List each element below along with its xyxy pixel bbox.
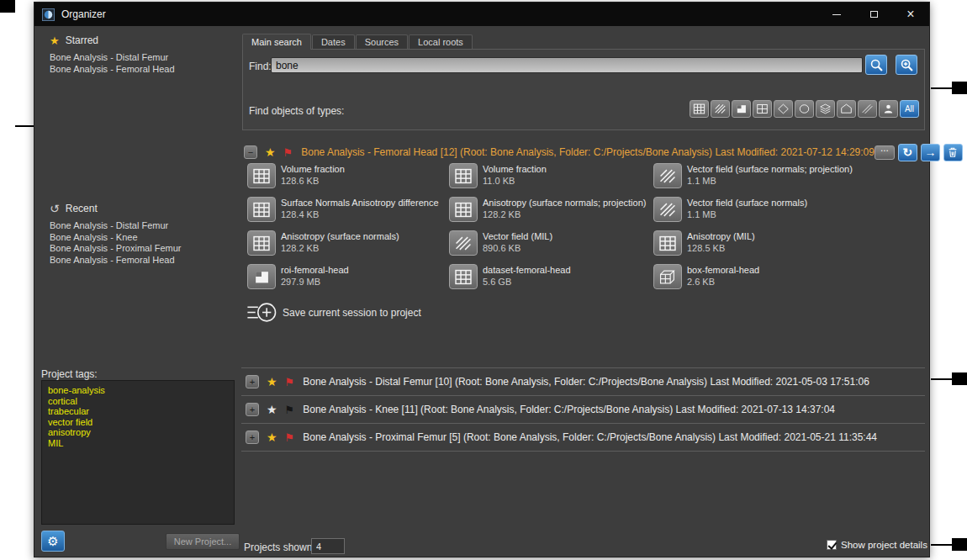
search-input[interactable] [271,57,863,73]
type-button-vector-field[interactable] [711,100,730,118]
item-name: Volume fraction [483,163,547,175]
project-item[interactable]: Surface Normals Anisotropy difference128… [247,197,449,230]
item-name: Anisotropy (surface normals; projection) [483,197,646,209]
collapse-button[interactable]: − [244,145,257,159]
layers-icon [819,103,832,114]
advanced-search-button[interactable] [896,55,917,75]
project-item[interactable]: roi-femoral-head297.9 MB [247,264,449,298]
show-details-label: Show project details [841,540,927,550]
expand-button[interactable]: + [246,431,259,444]
refresh-icon: ↻ [903,145,913,159]
open-project-button[interactable]: → [921,144,940,161]
flag-icon[interactable]: ⚑ [285,377,295,388]
dataset-grid-icon [247,163,276,188]
maximize-icon [870,11,878,18]
minimize-button[interactable] [818,3,855,26]
dataset-grid-icon [693,103,705,114]
recent-section-header: ↺ Recent [50,203,98,214]
item-size: 5.6 GB [483,277,571,288]
close-button[interactable]: × [892,3,929,26]
item-name: roi-femoral-head [281,264,349,276]
project-item[interactable]: Vector field (surface normals)1.1 MB [653,197,925,230]
star-icon[interactable]: ★ [267,431,277,443]
search-plus-icon [900,58,914,72]
project-item[interactable]: Vector field (surface normals; projectio… [653,163,925,197]
item-size: 11.0 KB [483,176,547,187]
app-logo-icon [42,8,55,21]
refresh-button[interactable]: ↻ [898,144,917,161]
project-tags-listbox[interactable]: bone-analysis cortical trabecular vector… [41,380,235,525]
project-row[interactable]: + ★ ⚑ Bone Analysis - Proximal Femur [5]… [241,424,925,452]
recent-item[interactable]: Bone Analysis - Distal Femur [50,220,182,232]
star-icon[interactable]: ★ [265,146,276,158]
tag-item[interactable]: trabecular [48,406,228,417]
recent-item[interactable]: Bone Analysis - Knee [50,232,182,244]
project-row[interactable]: + ★ ⚑ Bone Analysis - Distal Femur [10] … [241,368,925,396]
type-button-roi[interactable] [732,100,751,118]
type-button-all[interactable]: All [900,100,919,118]
starred-item[interactable]: Bone Analysis - Femoral Head [50,64,175,76]
show-details-checkbox[interactable] [827,540,837,550]
prism-icon [840,103,853,114]
recent-item[interactable]: Bone Analysis - Proximal Femur [50,243,182,255]
new-project-button[interactable]: New Project... [166,533,240,550]
projects-shown-input[interactable] [311,538,345,554]
project-item[interactable]: dataset-femoral-head5.6 GB [449,264,653,298]
flag-icon[interactable]: ⚑ [283,147,293,158]
project-item[interactable]: Volume fraction128.6 KB [247,163,449,197]
recent-item[interactable]: Bone Analysis - Femoral Head [50,255,182,267]
type-button-mesh[interactable] [816,100,835,118]
search-tabs: Main search Dates Sources Local roots [242,34,473,50]
project-item[interactable]: Anisotropy (surface normals; projection)… [449,197,653,230]
type-button-dataset[interactable] [690,100,709,118]
search-button[interactable] [865,55,887,75]
starred-item[interactable]: Bone Analysis - Distal Femur [50,52,175,64]
trash-icon [947,146,959,158]
project-actions: ... ↻ → [875,144,963,161]
star-icon[interactable]: ★ [267,376,277,388]
window-body: ★ Starred Bone Analysis - Distal Femur B… [34,26,929,557]
project-item[interactable]: box-femoral-head2.6 KB [653,264,925,298]
type-button-shape[interactable] [774,100,793,118]
project-item[interactable]: Anisotropy (surface normals)128.2 KB [247,230,449,264]
item-size: 2.6 KB [687,277,759,288]
dataset-grid-icon [449,264,478,289]
tag-item[interactable]: anisotropy [48,427,228,438]
type-button-multi-roi[interactable] [753,100,772,118]
item-size: 128.2 KB [483,209,646,220]
tag-item[interactable]: cortical [48,396,228,407]
type-button-annotation[interactable] [879,100,898,118]
project-row-expanded[interactable]: − ★ ⚑ Bone Analysis - Femoral Head [12] … [244,143,925,161]
project-item[interactable]: Anisotropy (MIL)128.5 KB [653,230,925,264]
tab-sources[interactable]: Sources [356,34,408,49]
delete-project-button[interactable] [943,144,963,161]
tab-dates[interactable]: Dates [312,34,355,49]
flag-icon[interactable]: ⚑ [285,432,295,443]
maximize-button[interactable] [855,3,892,26]
callout-line [15,125,34,127]
project-row[interactable]: + ★ ⚑ Bone Analysis - Knee [11] (Root: B… [241,396,925,424]
tab-local-roots[interactable]: Local roots [409,34,473,49]
settings-button[interactable]: ⚙ [41,531,65,552]
tab-main-search[interactable]: Main search [242,34,311,50]
star-icon[interactable]: ★ [267,404,277,415]
type-button-ellipse[interactable] [795,100,814,118]
item-name: box-femoral-head [687,264,759,276]
project-tags-label: Project tags: [41,368,98,380]
type-button-ruler[interactable] [858,100,877,118]
expand-button[interactable]: + [246,375,259,388]
tag-item[interactable]: bone-analysis [48,385,228,396]
type-button-box[interactable] [837,100,856,118]
tag-item[interactable]: vector field [48,417,228,428]
flag-icon[interactable]: ⚑ [285,404,295,415]
more-options-button[interactable]: ... [875,145,895,160]
expand-button[interactable]: + [246,403,259,416]
item-name: Anisotropy (surface normals) [281,230,399,242]
screenshot-canvas: Organizer × ★ Starred Bone Analysis - Di… [0,0,967,560]
save-session-button[interactable]: Save current session to project [246,300,421,325]
item-size: 890.6 KB [483,243,552,254]
project-item[interactable]: Vector field (MIL)890.6 KB [449,230,653,264]
project-item[interactable]: Volume fraction11.0 KB [449,163,653,197]
tag-item[interactable]: MIL [48,438,228,449]
diamond-shape-icon [777,103,790,114]
